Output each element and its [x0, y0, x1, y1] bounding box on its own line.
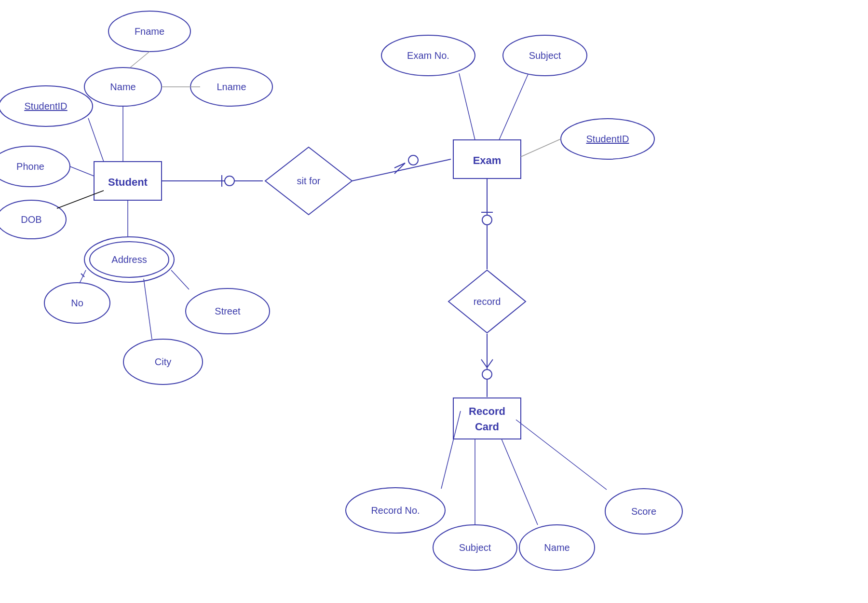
phone-student-line [70, 166, 94, 176]
name-rc-label: Name [544, 542, 570, 553]
record-no-label: Record No. [371, 505, 420, 516]
fname-label: Fname [135, 26, 164, 37]
studentid-label: StudentID [25, 101, 68, 111]
lname-label: Lname [217, 82, 246, 92]
exam-label: Exam [473, 154, 502, 166]
address-label: Address [111, 254, 147, 265]
rc-recordno-line [441, 411, 461, 489]
many-symbol-circle [408, 155, 418, 165]
record-card-label2: Card [475, 421, 499, 433]
subject-exam-label: Subject [529, 50, 561, 61]
name-label: Name [110, 82, 136, 92]
rc-circle [482, 370, 492, 379]
rc-name-line [502, 439, 538, 525]
one-symbol-circle [225, 176, 234, 186]
sitfor-exam-line [352, 159, 451, 181]
record-card-entity [453, 398, 521, 439]
er-diagram: Student Exam Record Card sit for record … [0, 0, 868, 603]
rc-crow2 [487, 359, 493, 368]
crow-line2 [394, 163, 405, 174]
fname-name-line [130, 52, 149, 68]
phone-label: Phone [16, 161, 44, 172]
street-label: Street [215, 306, 241, 316]
address-street-line [171, 270, 189, 289]
subject-exam-line [499, 74, 528, 140]
studentid2-exam-line [521, 139, 561, 157]
rc-crow1 [481, 359, 487, 368]
score-label: Score [631, 506, 656, 517]
record-card-label1: Record [469, 405, 505, 417]
no-label: No [71, 298, 83, 308]
record-label: record [474, 296, 501, 307]
dob-label: DOB [21, 214, 41, 225]
student-label: Student [108, 176, 148, 188]
crow-line1 [394, 163, 405, 168]
examno-exam-line [459, 73, 475, 140]
sit-for-label: sit for [297, 176, 321, 186]
subject-rc-label: Subject [459, 542, 491, 553]
address-city-line [144, 279, 152, 339]
exam-record-circle [482, 215, 492, 225]
city-label: City [155, 356, 171, 367]
studentid2-label: StudentID [586, 134, 629, 144]
exam-no-label: Exam No. [407, 50, 449, 61]
address-no-line [80, 270, 86, 283]
studentid-student-line [88, 118, 104, 162]
rc-score-line [516, 420, 607, 490]
